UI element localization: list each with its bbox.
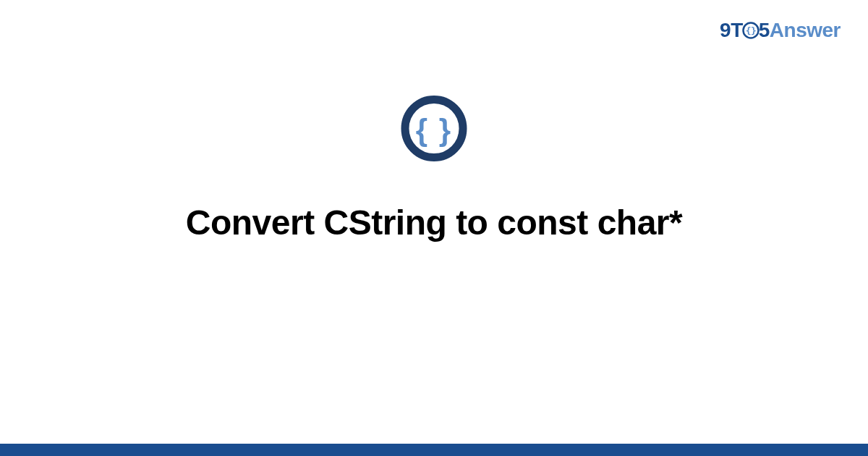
logo-t: T bbox=[731, 19, 743, 41]
logo-nine: 9 bbox=[720, 19, 731, 41]
bottom-accent-bar bbox=[0, 444, 868, 456]
svg-text:{ }: { } bbox=[416, 113, 452, 147]
site-logo: 9T {} 5Answer bbox=[720, 19, 841, 42]
logo-o-braces-icon: {} bbox=[742, 22, 760, 39]
page-title: Convert CString to const char* bbox=[0, 203, 868, 242]
braces-icon: { } bbox=[400, 94, 469, 163]
logo-answer: Answer bbox=[770, 19, 841, 41]
svg-text:{}: {} bbox=[745, 25, 756, 36]
logo-five: 5 bbox=[759, 19, 770, 41]
